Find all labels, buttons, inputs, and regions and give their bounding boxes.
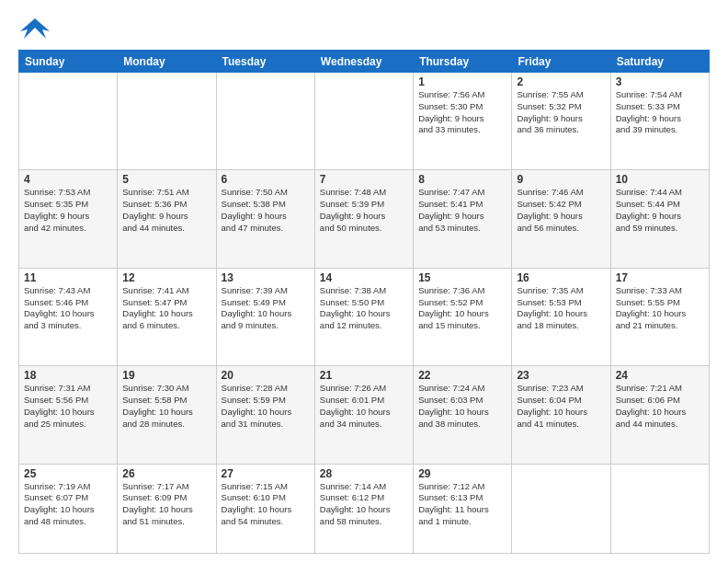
day-info: Sunrise: 7:33 AM Sunset: 5:55 PM Dayligh… <box>616 285 704 332</box>
week-row-4: 18Sunrise: 7:31 AM Sunset: 5:56 PM Dayli… <box>19 366 710 464</box>
day-number: 22 <box>418 369 506 382</box>
day-number: 28 <box>320 467 408 480</box>
week-row-1: 1Sunrise: 7:56 AM Sunset: 5:30 PM Daylig… <box>19 73 710 170</box>
calendar-day <box>610 464 709 553</box>
calendar-day <box>118 73 216 170</box>
calendar-day: 11Sunrise: 7:43 AM Sunset: 5:46 PM Dayli… <box>19 268 118 365</box>
day-number: 12 <box>122 271 210 284</box>
page: SundayMondayTuesdayWednesdayThursdayFrid… <box>0 0 728 563</box>
week-row-3: 11Sunrise: 7:43 AM Sunset: 5:46 PM Dayli… <box>19 268 710 365</box>
week-row-5: 25Sunrise: 7:19 AM Sunset: 6:07 PM Dayli… <box>19 464 710 553</box>
day-number: 7 <box>320 173 408 186</box>
calendar-header-friday: Friday <box>512 51 610 73</box>
day-info: Sunrise: 7:12 AM Sunset: 6:13 PM Dayligh… <box>418 481 506 528</box>
calendar-day: 20Sunrise: 7:28 AM Sunset: 5:59 PM Dayli… <box>216 366 314 464</box>
day-info: Sunrise: 7:48 AM Sunset: 5:39 PM Dayligh… <box>320 187 408 234</box>
day-info: Sunrise: 7:43 AM Sunset: 5:46 PM Dayligh… <box>24 285 112 332</box>
calendar-day: 14Sunrise: 7:38 AM Sunset: 5:50 PM Dayli… <box>314 268 413 365</box>
day-number: 21 <box>320 369 408 382</box>
day-info: Sunrise: 7:47 AM Sunset: 5:41 PM Dayligh… <box>418 187 506 234</box>
day-info: Sunrise: 7:46 AM Sunset: 5:42 PM Dayligh… <box>517 187 605 234</box>
day-info: Sunrise: 7:23 AM Sunset: 6:04 PM Dayligh… <box>517 383 605 430</box>
calendar-day: 24Sunrise: 7:21 AM Sunset: 6:06 PM Dayli… <box>610 366 709 464</box>
svg-marker-0 <box>20 18 50 39</box>
day-info: Sunrise: 7:17 AM Sunset: 6:09 PM Dayligh… <box>122 481 210 528</box>
day-info: Sunrise: 7:19 AM Sunset: 6:07 PM Dayligh… <box>24 481 112 528</box>
day-info: Sunrise: 7:36 AM Sunset: 5:52 PM Dayligh… <box>418 285 506 332</box>
day-number: 2 <box>517 75 605 88</box>
day-number: 13 <box>222 271 310 284</box>
day-info: Sunrise: 7:31 AM Sunset: 5:56 PM Dayligh… <box>24 383 112 430</box>
day-info: Sunrise: 7:50 AM Sunset: 5:38 PM Dayligh… <box>222 187 310 234</box>
calendar-day: 4Sunrise: 7:53 AM Sunset: 5:35 PM Daylig… <box>19 170 118 268</box>
day-number: 3 <box>616 75 704 88</box>
day-info: Sunrise: 7:54 AM Sunset: 5:33 PM Dayligh… <box>616 89 704 136</box>
calendar-day <box>19 73 118 170</box>
calendar-day <box>512 464 610 553</box>
calendar-day <box>314 73 413 170</box>
day-info: Sunrise: 7:41 AM Sunset: 5:47 PM Dayligh… <box>122 285 210 332</box>
logo-icon <box>18 15 51 42</box>
day-number: 11 <box>24 271 112 284</box>
day-info: Sunrise: 7:56 AM Sunset: 5:30 PM Dayligh… <box>418 89 506 136</box>
day-info: Sunrise: 7:30 AM Sunset: 5:58 PM Dayligh… <box>122 383 210 430</box>
calendar-day: 13Sunrise: 7:39 AM Sunset: 5:49 PM Dayli… <box>216 268 314 365</box>
calendar-day: 17Sunrise: 7:33 AM Sunset: 5:55 PM Dayli… <box>610 268 709 365</box>
day-number: 18 <box>24 369 112 382</box>
calendar-day: 28Sunrise: 7:14 AM Sunset: 6:12 PM Dayli… <box>314 464 413 553</box>
day-number: 5 <box>122 173 210 186</box>
day-number: 25 <box>24 467 112 480</box>
day-info: Sunrise: 7:35 AM Sunset: 5:53 PM Dayligh… <box>517 285 605 332</box>
calendar-day: 25Sunrise: 7:19 AM Sunset: 6:07 PM Dayli… <box>19 464 118 553</box>
calendar-day: 7Sunrise: 7:48 AM Sunset: 5:39 PM Daylig… <box>314 170 413 268</box>
week-row-2: 4Sunrise: 7:53 AM Sunset: 5:35 PM Daylig… <box>19 170 710 268</box>
day-number: 26 <box>122 467 210 480</box>
day-number: 16 <box>517 271 605 284</box>
day-number: 8 <box>418 173 506 186</box>
day-number: 9 <box>517 173 605 186</box>
calendar-day: 9Sunrise: 7:46 AM Sunset: 5:42 PM Daylig… <box>512 170 610 268</box>
calendar-header-row: SundayMondayTuesdayWednesdayThursdayFrid… <box>19 51 710 73</box>
calendar-day: 5Sunrise: 7:51 AM Sunset: 5:36 PM Daylig… <box>118 170 216 268</box>
day-number: 4 <box>24 173 112 186</box>
calendar-header-monday: Monday <box>118 51 216 73</box>
calendar-header-saturday: Saturday <box>610 51 709 73</box>
calendar-table: SundayMondayTuesdayWednesdayThursdayFrid… <box>18 50 710 554</box>
day-info: Sunrise: 7:39 AM Sunset: 5:49 PM Dayligh… <box>222 285 310 332</box>
calendar-header-thursday: Thursday <box>414 51 512 73</box>
day-info: Sunrise: 7:14 AM Sunset: 6:12 PM Dayligh… <box>320 481 408 528</box>
day-number: 6 <box>222 173 310 186</box>
calendar-day: 1Sunrise: 7:56 AM Sunset: 5:30 PM Daylig… <box>414 73 512 170</box>
day-number: 20 <box>222 369 310 382</box>
day-number: 24 <box>616 369 704 382</box>
day-info: Sunrise: 7:24 AM Sunset: 6:03 PM Dayligh… <box>418 383 506 430</box>
calendar-day: 26Sunrise: 7:17 AM Sunset: 6:09 PM Dayli… <box>118 464 216 553</box>
calendar-header-sunday: Sunday <box>19 51 118 73</box>
calendar-header-wednesday: Wednesday <box>314 51 413 73</box>
day-number: 27 <box>222 467 310 480</box>
day-info: Sunrise: 7:51 AM Sunset: 5:36 PM Dayligh… <box>122 187 210 234</box>
calendar-day: 6Sunrise: 7:50 AM Sunset: 5:38 PM Daylig… <box>216 170 314 268</box>
day-info: Sunrise: 7:44 AM Sunset: 5:44 PM Dayligh… <box>616 187 704 234</box>
day-info: Sunrise: 7:15 AM Sunset: 6:10 PM Dayligh… <box>222 481 310 528</box>
day-info: Sunrise: 7:28 AM Sunset: 5:59 PM Dayligh… <box>222 383 310 430</box>
day-info: Sunrise: 7:38 AM Sunset: 5:50 PM Dayligh… <box>320 285 408 332</box>
day-number: 29 <box>418 467 506 480</box>
day-info: Sunrise: 7:55 AM Sunset: 5:32 PM Dayligh… <box>517 89 605 136</box>
day-info: Sunrise: 7:26 AM Sunset: 6:01 PM Dayligh… <box>320 383 408 430</box>
calendar-day: 21Sunrise: 7:26 AM Sunset: 6:01 PM Dayli… <box>314 366 413 464</box>
day-info: Sunrise: 7:21 AM Sunset: 6:06 PM Dayligh… <box>616 383 704 430</box>
day-number: 23 <box>517 369 605 382</box>
calendar-day: 16Sunrise: 7:35 AM Sunset: 5:53 PM Dayli… <box>512 268 610 365</box>
calendar-day: 19Sunrise: 7:30 AM Sunset: 5:58 PM Dayli… <box>118 366 216 464</box>
day-number: 14 <box>320 271 408 284</box>
day-number: 19 <box>122 369 210 382</box>
day-number: 1 <box>418 75 506 88</box>
day-info: Sunrise: 7:53 AM Sunset: 5:35 PM Dayligh… <box>24 187 112 234</box>
day-number: 10 <box>616 173 704 186</box>
header <box>18 15 710 42</box>
calendar-day: 2Sunrise: 7:55 AM Sunset: 5:32 PM Daylig… <box>512 73 610 170</box>
calendar-day: 8Sunrise: 7:47 AM Sunset: 5:41 PM Daylig… <box>414 170 512 268</box>
day-number: 17 <box>616 271 704 284</box>
calendar-day: 12Sunrise: 7:41 AM Sunset: 5:47 PM Dayli… <box>118 268 216 365</box>
